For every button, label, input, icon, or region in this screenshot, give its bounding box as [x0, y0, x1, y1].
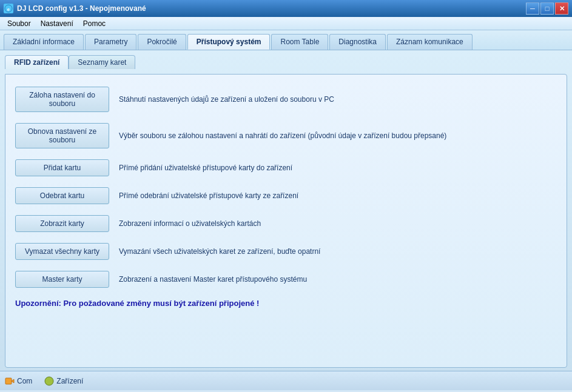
button-row-vymazat: Vymazat všechny karty Vymazání všech uži…: [15, 243, 557, 260]
tab-roomtable[interactable]: Room Table: [271, 34, 328, 50]
status-com: Com: [5, 376, 32, 386]
subtab-rfid[interactable]: RFID zařízení: [5, 55, 69, 69]
inner-panel: Záloha nastavení do souboru Stáhnutí nas…: [5, 74, 567, 368]
obnova-button[interactable]: Obnova nastavení ze souboru: [15, 123, 109, 148]
tab-pokrocile[interactable]: Pokročilé: [138, 34, 186, 50]
tab-zakladni[interactable]: Základní informace: [4, 34, 84, 50]
tab-pristupovy[interactable]: Přístupový systém: [187, 34, 271, 50]
window-title: DJ LCD config v1.3 - Nepojmenované: [17, 4, 146, 13]
svg-text:e: e: [7, 7, 10, 12]
status-bar: Com Zařízení: [0, 371, 572, 390]
svg-rect-2: [5, 378, 12, 384]
obnova-desc: Výběr souboru se zálohou nastavení a nah…: [119, 131, 446, 140]
close-button[interactable]: ✕: [555, 2, 568, 15]
device-label: Zařízení: [56, 377, 83, 385]
tab-parametry[interactable]: Parametry: [85, 34, 136, 50]
title-controls: ─ □ ✕: [526, 2, 568, 15]
app-icon: e: [4, 4, 13, 13]
zobrazit-button[interactable]: Zobrazit karty: [15, 215, 109, 232]
subtab-seznamy[interactable]: Seznamy karet: [69, 55, 135, 69]
vymazat-button[interactable]: Vymazat všechny karty: [15, 243, 109, 260]
com-label: Com: [17, 377, 32, 385]
svg-point-4: [45, 377, 53, 385]
button-row-pridat: Přidat kartu Přímé přidání uživatelské p…: [15, 159, 557, 176]
minimize-button[interactable]: ─: [526, 2, 539, 15]
odebrat-button[interactable]: Odebrat kartu: [15, 187, 109, 204]
button-row-odebrat: Odebrat kartu Přímé odebrání uživatelské…: [15, 187, 557, 204]
zobrazit-desc: Zobrazení informací o uživatelských kart…: [119, 219, 261, 228]
zaloha-desc: Stáhnutí nastavených údajů ze zařízení a…: [119, 95, 334, 104]
tabs-row: Základní informace Parametry Pokročilé P…: [0, 30, 572, 50]
title-bar: e DJ LCD config v1.3 - Nepojmenované ─ □…: [0, 0, 572, 17]
tab-diagnostika[interactable]: Diagnostika: [329, 34, 386, 50]
warning-text: Upozornění: Pro požadované změny musí bý…: [15, 299, 557, 308]
master-desc: Zobrazení a nastavení Master karet příst…: [119, 275, 307, 284]
pridat-button[interactable]: Přidat kartu: [15, 159, 109, 176]
title-bar-left: e DJ LCD config v1.3 - Nepojmenované: [4, 4, 146, 13]
com-icon: [5, 376, 15, 386]
button-row-zaloha: Záloha nastavení do souboru Stáhnutí nas…: [15, 87, 557, 112]
maximize-button[interactable]: □: [540, 2, 554, 15]
button-row-obnova: Obnova nastavení ze souboru Výběr soubor…: [15, 123, 557, 148]
menu-nastaveni[interactable]: Nastavení: [36, 18, 78, 29]
button-row-master: Master karty Zobrazení a nastavení Maste…: [15, 271, 557, 288]
odebrat-desc: Přímé odebrání uživatelské přístupové ka…: [119, 191, 298, 200]
zaloha-button[interactable]: Záloha nastavení do souboru: [15, 87, 109, 112]
device-icon: [44, 376, 54, 386]
button-row-zobrazit: Zobrazit karty Zobrazení informací o uži…: [15, 215, 557, 232]
vymazat-desc: Vymazání všech uživatelských karet ze za…: [119, 247, 320, 256]
status-device: Zařízení: [44, 376, 83, 386]
main-content: RFID zařízení Seznamy karet Záloha nasta…: [0, 50, 572, 371]
sub-tabs-row: RFID zařízení Seznamy karet: [5, 55, 567, 69]
menu-soubor[interactable]: Soubor: [2, 18, 36, 29]
svg-marker-3: [12, 379, 14, 383]
menu-pomoc[interactable]: Pomoc: [78, 18, 110, 29]
menu-bar: Soubor Nastavení Pomoc: [0, 17, 572, 30]
master-button[interactable]: Master karty: [15, 271, 109, 288]
tab-zaznam[interactable]: Záznam komunikace: [387, 34, 473, 50]
pridat-desc: Přímé přidání uživatelské přístupové kar…: [119, 164, 292, 172]
